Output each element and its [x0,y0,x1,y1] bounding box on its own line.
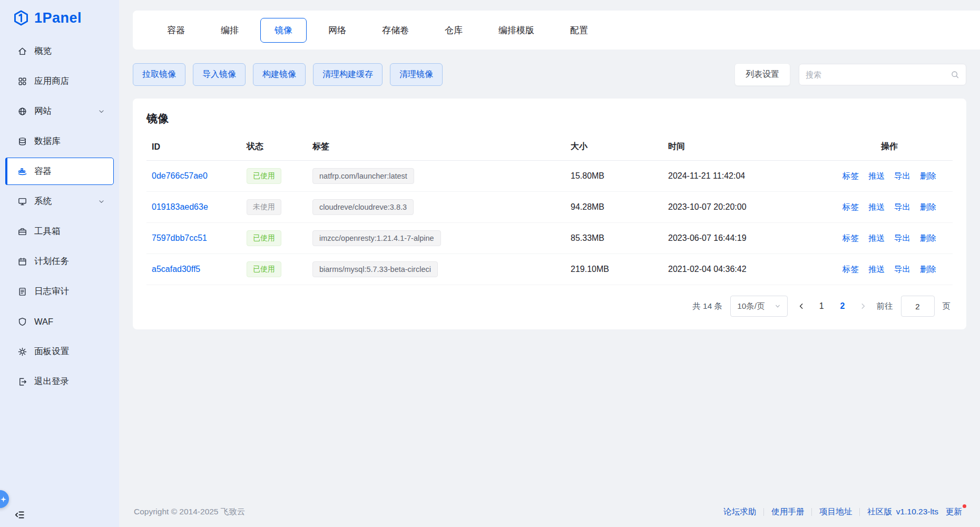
export-action-link[interactable]: 导出 [894,202,910,213]
update-label: 更新 [946,507,962,516]
sidebar-item-panel-settings[interactable]: 面板设置 [5,338,114,365]
delete-action-link[interactable]: 删除 [920,264,936,275]
sidebar-item-label: 系统 [34,196,52,207]
tag-action-link[interactable]: 标签 [842,171,859,182]
image-id-link[interactable]: 0de766c57ae0 [152,171,208,180]
tag-action-link[interactable]: 标签 [842,233,859,244]
search-icon [950,70,959,79]
status-badge: 已使用 [247,168,281,184]
column-header-tags: 标签 [307,133,565,161]
sidebar-item-waf[interactable]: WAF [5,308,114,335]
status-badge: 已使用 [247,261,281,277]
image-tag-chip: biarms/mysql:5.7.33-beta-circleci [312,261,438,277]
goto-label: 前往 [877,301,893,312]
sidebar-item-cronjob[interactable]: 计划任务 [5,248,114,275]
tab-repositories[interactable]: 仓库 [430,18,477,43]
clean-build-cache-button[interactable]: 清理构建缓存 [313,63,383,86]
chevron-down-icon [98,198,105,205]
home-icon [17,46,27,56]
tab-config[interactable]: 配置 [556,18,602,43]
sidebar-item-label: 退出登录 [34,376,69,387]
push-action-link[interactable]: 推送 [868,171,885,182]
user-manual-link[interactable]: 使用手册 [771,506,804,518]
footer-separator [859,508,860,516]
table-row: a5cafad30ff5 已使用 biarms/mysql:5.7.33-bet… [146,254,953,285]
sidebar-item-appstore[interactable]: 应用商店 [5,67,114,95]
prev-page-button[interactable] [796,300,807,312]
sidebar-item-label: 网站 [34,105,52,117]
image-id-link[interactable]: 7597dbb7cc51 [152,233,207,242]
container-docker-icon [17,167,27,177]
sidebar-item-website[interactable]: 网站 [5,97,114,125]
build-image-button[interactable]: 构建镜像 [253,63,306,86]
import-image-button[interactable]: 导入镜像 [193,63,246,86]
next-page-button[interactable] [857,300,869,312]
sidebar-item-label: WAF [34,317,53,327]
goto-page-input[interactable] [901,296,935,317]
image-id-link[interactable]: a5cafad30ff5 [152,265,200,274]
page-suffix-label: 页 [943,301,951,312]
tab-containers[interactable]: 容器 [153,18,199,43]
status-badge: 未使用 [247,199,281,215]
sidebar-item-system[interactable]: 系统 [5,188,114,215]
sidebar-item-container[interactable]: 容器 [5,158,114,185]
forum-help-link[interactable]: 论坛求助 [723,506,756,518]
table-row: 019183aed63e 未使用 cloudreve/cloudreve:3.8… [146,192,953,223]
clean-images-button[interactable]: 清理镜像 [390,63,443,86]
search-input[interactable] [806,70,950,79]
sidebar-item-label: 数据库 [34,135,61,147]
search-box [799,64,966,85]
delete-action-link[interactable]: 删除 [920,233,936,244]
shield-icon [17,317,27,327]
page-size-value: 10条/页 [737,301,765,312]
tab-compose[interactable]: 编排 [207,18,253,43]
update-link[interactable]: 更新 [946,506,965,518]
footer: Copyright © 2014-2025 飞致云 论坛求助 使用手册 项目地址… [119,496,980,527]
edition-link[interactable]: 社区版 [867,506,892,518]
page-number-2[interactable]: 2 [836,299,849,313]
page-number-1[interactable]: 1 [815,299,828,313]
system-monitor-icon [17,197,27,207]
brand-name: 1Panel [34,10,82,26]
column-header-status: 状态 [241,133,307,161]
tab-volumes[interactable]: 存储卷 [368,18,423,43]
pull-image-button[interactable]: 拉取镜像 [133,63,185,86]
pagination: 共 14 条 10条/页 1 2 前往 页 [146,285,953,323]
project-link[interactable]: 项目地址 [819,506,852,518]
sidebar: 1Panel 概览 应用商店 网站 数据库 容器 [0,0,119,527]
table-row: 0de766c57ae0 已使用 natfrp.com/launcher:lat… [146,161,953,192]
tag-action-link[interactable]: 标签 [842,264,859,275]
sidebar-item-overview[interactable]: 概览 [5,37,114,65]
column-header-size: 大小 [565,133,663,161]
export-action-link[interactable]: 导出 [894,171,910,182]
delete-action-link[interactable]: 删除 [920,171,936,182]
sidebar-item-toolbox[interactable]: 工具箱 [5,218,114,245]
image-size: 94.28MB [565,192,663,223]
version-text: v1.10.23-lts [896,507,938,516]
tab-networks[interactable]: 网络 [314,18,360,43]
tab-compose-templates[interactable]: 编排模版 [484,18,548,43]
push-action-link[interactable]: 推送 [868,264,885,275]
page-size-select[interactable]: 10条/页 [730,296,788,317]
sidebar-item-label: 日志审计 [34,286,69,297]
export-action-link[interactable]: 导出 [894,264,910,275]
tag-action-link[interactable]: 标签 [842,202,859,213]
collapse-sidebar-button[interactable] [14,509,25,521]
image-size: 85.33MB [565,223,663,254]
image-action-buttons: 拉取镜像 导入镜像 构建镜像 清理构建缓存 清理镜像 [133,63,443,86]
sidebar-item-log-audit[interactable]: 日志审计 [5,278,114,305]
chevron-down-icon [775,303,781,309]
push-action-link[interactable]: 推送 [868,233,885,244]
list-settings-button[interactable]: 列表设置 [734,63,790,86]
sidebar-item-logout[interactable]: 退出登录 [5,368,114,395]
image-time: 2023-06-07 16:44:19 [663,223,826,254]
push-action-link[interactable]: 推送 [868,202,885,213]
delete-action-link[interactable]: 删除 [920,202,936,213]
tab-images[interactable]: 镜像 [260,18,307,43]
export-action-link[interactable]: 导出 [894,233,910,244]
image-id-link[interactable]: 019183aed63e [152,202,208,211]
sidebar-item-label: 计划任务 [34,256,69,267]
appstore-grid-icon [17,76,27,86]
sidebar-item-database[interactable]: 数据库 [5,128,114,155]
column-header-time: 时间 [663,133,826,161]
